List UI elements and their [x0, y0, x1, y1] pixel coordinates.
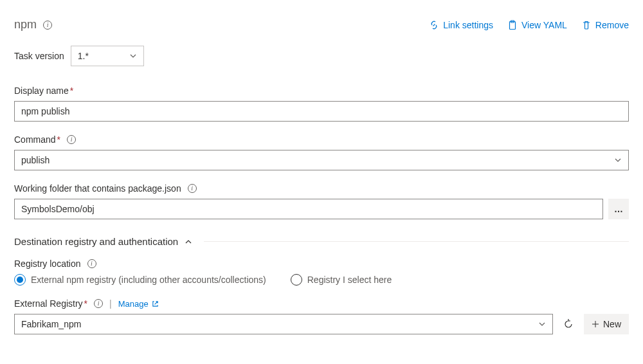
external-link-icon: [152, 300, 159, 307]
info-icon[interactable]: i: [87, 259, 96, 268]
chevron-down-icon: [538, 320, 546, 328]
registry-location-label: Registry location: [14, 259, 81, 269]
title-group: npm i: [14, 18, 52, 32]
display-name-field: Display name*: [14, 86, 629, 122]
external-registry-label-row: External Registry* i | Manage: [14, 298, 629, 309]
working-folder-input[interactable]: [14, 199, 603, 219]
display-name-input[interactable]: [14, 101, 629, 122]
header-actions: Link settings View YAML Remove: [429, 20, 629, 30]
info-icon[interactable]: i: [94, 299, 103, 308]
link-icon: [429, 20, 439, 30]
section-header[interactable]: Destination registry and authentication: [14, 236, 629, 247]
registry-location-field: Registry location i External npm registr…: [14, 259, 629, 286]
command-field: Command* i publish: [14, 134, 629, 170]
plus-icon: [592, 320, 599, 328]
display-name-label-row: Display name*: [14, 86, 629, 96]
external-registry-field: External Registry* i | Manage Fabrikam_n…: [14, 298, 629, 334]
external-registry-value: Fabrikam_npm: [21, 319, 81, 329]
remove-label: Remove: [595, 20, 629, 30]
working-folder-label: Working folder that contains package.jso…: [14, 183, 181, 194]
working-folder-label-row: Working folder that contains package.jso…: [14, 183, 629, 194]
remove-button[interactable]: Remove: [581, 20, 629, 30]
chevron-down-icon: [614, 156, 622, 164]
radio-select-here-label: Registry I select here: [307, 275, 392, 285]
radio-external-label: External npm registry (including other a…: [31, 275, 266, 285]
command-label: Command*: [14, 134, 60, 145]
refresh-button[interactable]: [558, 314, 579, 334]
new-button[interactable]: New: [584, 314, 629, 334]
radio-outer-selected: [14, 274, 26, 286]
registry-location-radios: External npm registry (including other a…: [14, 274, 629, 286]
radio-outer: [291, 274, 302, 286]
info-icon[interactable]: i: [43, 21, 52, 30]
refresh-icon: [563, 319, 574, 329]
manage-link-label: Manage: [118, 299, 149, 309]
link-settings-label: Link settings: [443, 20, 493, 30]
radio-external-registry[interactable]: External npm registry (including other a…: [14, 274, 266, 286]
manage-link[interactable]: Manage: [118, 299, 159, 309]
external-registry-row: Fabrikam_npm New: [14, 314, 629, 334]
link-settings-button[interactable]: Link settings: [429, 20, 493, 30]
external-registry-select[interactable]: Fabrikam_npm: [14, 314, 553, 334]
required-asterisk: *: [57, 134, 60, 145]
new-button-label: New: [603, 319, 621, 329]
section-divider: [204, 241, 629, 242]
info-icon[interactable]: i: [67, 135, 76, 144]
command-label-row: Command* i: [14, 134, 629, 145]
required-asterisk: *: [70, 86, 73, 96]
trash-icon: [581, 20, 592, 30]
clipboard-icon: [507, 20, 518, 30]
task-version-select[interactable]: 1.*: [71, 46, 144, 66]
task-version-label: Task version: [14, 51, 64, 61]
radio-select-here[interactable]: Registry I select here: [291, 274, 392, 286]
info-icon[interactable]: i: [188, 184, 197, 193]
view-yaml-label: View YAML: [521, 20, 567, 30]
task-version-value: 1.*: [78, 51, 89, 61]
task-title: npm: [14, 18, 37, 32]
view-yaml-button[interactable]: View YAML: [507, 20, 567, 30]
task-header: npm i Link settings View YAML Remove: [14, 18, 629, 32]
section-title: Destination registry and authentication: [14, 236, 178, 247]
radio-inner: [17, 277, 23, 283]
command-select[interactable]: publish: [14, 150, 629, 170]
external-registry-label: External Registry*: [14, 298, 87, 309]
working-folder-input-row: …: [14, 199, 629, 219]
registry-location-label-row: Registry location i: [14, 259, 629, 269]
chevron-down-icon: [129, 52, 137, 60]
working-folder-field: Working folder that contains package.jso…: [14, 183, 629, 219]
display-name-label: Display name*: [14, 86, 73, 96]
required-asterisk: *: [84, 298, 87, 309]
divider: |: [109, 298, 112, 309]
task-version-row: Task version 1.*: [14, 46, 629, 66]
browse-button[interactable]: …: [608, 199, 629, 219]
command-value: publish: [21, 155, 50, 165]
chevron-up-icon: [185, 238, 192, 246]
